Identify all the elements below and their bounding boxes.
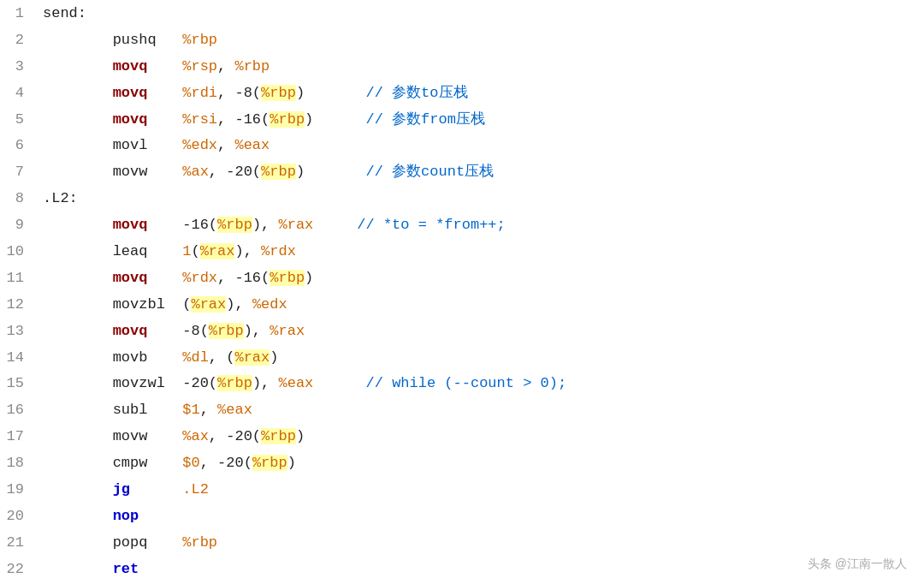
code-content: movzbl (%rax), %edx <box>36 291 924 318</box>
code-content: movq %rsi, -16(%rbp) // 参数from压栈 <box>36 106 924 133</box>
watermark: 头条 @江南一散人 <box>808 557 907 572</box>
code-content: .L2: <box>36 185 924 212</box>
code-content: pushq %rbp <box>36 27 924 53</box>
code-content: nop <box>36 503 924 529</box>
line-number: 20 <box>0 503 36 529</box>
code-container: 1 send: 2 pushq %rbp 3 movq %rsp, %rbp 4… <box>0 0 924 578</box>
table-row: 12 movzbl (%rax), %edx <box>0 291 924 318</box>
code-content: cmpw $0, -20(%rbp) <box>36 450 924 476</box>
line-number: 12 <box>0 291 36 318</box>
table-row: 17 movw %ax, -20(%rbp) <box>0 423 924 450</box>
table-row: 4 movq %rdi, -8(%rbp) // 参数to压栈 <box>0 80 924 106</box>
line-number: 10 <box>0 238 36 265</box>
table-row: 9 movq -16(%rbp), %rax // *to = *from++; <box>0 212 924 238</box>
line-number: 15 <box>0 370 36 396</box>
code-content: jg .L2 <box>36 476 924 503</box>
code-content: movq -8(%rbp), %rax <box>36 318 924 344</box>
line-number: 4 <box>0 80 36 106</box>
code-content: movq -16(%rbp), %rax // *to = *from++; <box>36 212 924 238</box>
table-row: 18 cmpw $0, -20(%rbp) <box>0 450 924 476</box>
line-number: 8 <box>0 185 36 212</box>
table-row: 3 movq %rsp, %rbp <box>0 53 924 80</box>
table-row: 11 movq %rdx, -16(%rbp) <box>0 265 924 291</box>
line-number: 11 <box>0 265 36 291</box>
code-content: ret <box>36 556 924 578</box>
line-number: 14 <box>0 344 36 371</box>
table-row: 19 jg .L2 <box>0 476 924 503</box>
line-number: 13 <box>0 318 36 344</box>
code-content: movl %edx, %eax <box>36 132 924 158</box>
table-row: 7 movw %ax, -20(%rbp) // 参数count压栈 <box>0 158 924 185</box>
code-content: movb %dl, (%rax) <box>36 344 924 371</box>
line-number: 22 <box>0 556 36 578</box>
table-row: 14 movb %dl, (%rax) <box>0 344 924 371</box>
code-content: send: <box>36 0 924 27</box>
code-content: movq %rsp, %rbp <box>36 53 924 80</box>
table-row: 1 send: <box>0 0 924 27</box>
line-number: 21 <box>0 529 36 556</box>
line-number: 7 <box>0 158 36 185</box>
table-row: 2 pushq %rbp <box>0 27 924 53</box>
line-number: 16 <box>0 396 36 423</box>
table-row: 13 movq -8(%rbp), %rax <box>0 318 924 344</box>
code-content: movw %ax, -20(%rbp) // 参数count压栈 <box>36 158 924 185</box>
line-number: 5 <box>0 106 36 133</box>
code-content: leaq 1(%rax), %rdx <box>36 238 924 265</box>
code-content: subl $1, %eax <box>36 396 924 423</box>
code-content: movw %ax, -20(%rbp) <box>36 423 924 450</box>
table-row: 22 ret <box>0 556 924 578</box>
table-row: 20 nop <box>0 503 924 529</box>
line-number: 2 <box>0 27 36 53</box>
line-number: 19 <box>0 476 36 503</box>
code-content: movzwl -20(%rbp), %eax // while (--count… <box>36 370 924 396</box>
table-row: 15 movzwl -20(%rbp), %eax // while (--co… <box>0 370 924 396</box>
code-table: 1 send: 2 pushq %rbp 3 movq %rsp, %rbp 4… <box>0 0 924 578</box>
table-row: 10 leaq 1(%rax), %rdx <box>0 238 924 265</box>
table-row: 8 .L2: <box>0 185 924 212</box>
line-number: 3 <box>0 53 36 80</box>
line-number: 18 <box>0 450 36 476</box>
code-content: movq %rdi, -8(%rbp) // 参数to压栈 <box>36 80 924 106</box>
code-content: popq %rbp <box>36 529 924 556</box>
table-row: 5 movq %rsi, -16(%rbp) // 参数from压栈 <box>0 106 924 133</box>
code-content: movq %rdx, -16(%rbp) <box>36 265 924 291</box>
table-row: 6 movl %edx, %eax <box>0 132 924 158</box>
table-row: 21 popq %rbp <box>0 529 924 556</box>
line-number: 17 <box>0 423 36 450</box>
line-number: 6 <box>0 132 36 158</box>
line-number: 9 <box>0 212 36 238</box>
table-row: 16 subl $1, %eax <box>0 396 924 423</box>
line-number: 1 <box>0 0 36 27</box>
